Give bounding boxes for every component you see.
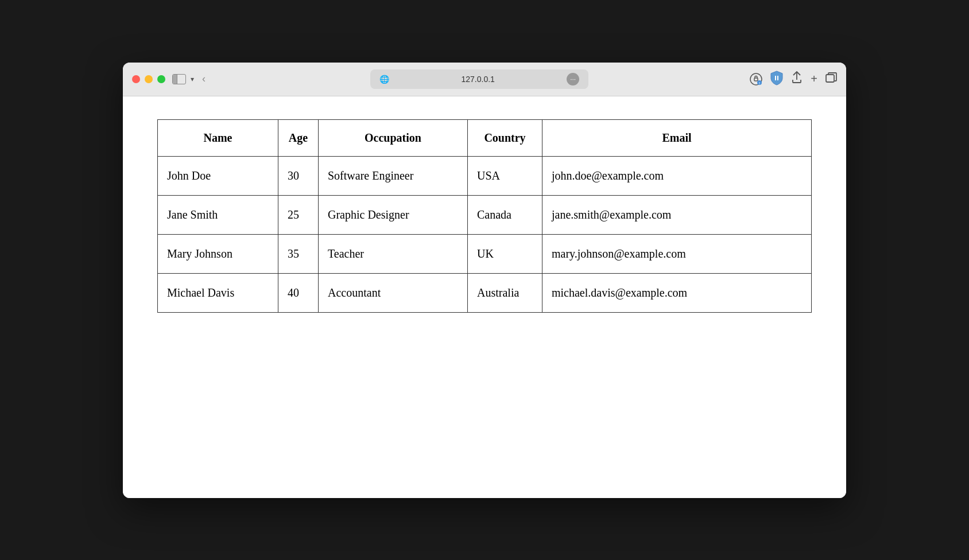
- cell-age: 40: [278, 273, 319, 312]
- chevron-down-icon[interactable]: ▾: [189, 74, 195, 84]
- cell-age: 35: [278, 234, 319, 273]
- cell-occupation: Graphic Designer: [319, 195, 468, 234]
- table-row: Jane Smith25Graphic DesignerCanadajane.s…: [158, 195, 812, 234]
- sidebar-toggle-button[interactable]: [172, 74, 186, 84]
- table-header-row: Name Age Occupation Country Email: [158, 119, 812, 156]
- cell-email: jane.smith@example.com: [542, 195, 812, 234]
- browser-controls: ▾ ‹: [172, 72, 209, 86]
- tabs-overview-icon[interactable]: [825, 72, 837, 86]
- lock-shield-icon[interactable]: !: [750, 73, 762, 85]
- cell-name: Mary Johnson: [158, 234, 278, 273]
- cell-country: USA: [468, 156, 542, 195]
- close-button[interactable]: [132, 75, 140, 83]
- minimize-button[interactable]: [145, 75, 153, 83]
- header-age: Age: [278, 119, 319, 156]
- browser-content: Name Age Occupation Country Email John D…: [123, 96, 846, 498]
- cell-country: Australia: [468, 273, 542, 312]
- more-options-button[interactable]: ···: [567, 73, 579, 85]
- header-country: Country: [468, 119, 542, 156]
- browser-actions: ! +: [750, 71, 837, 88]
- cell-age: 25: [278, 195, 319, 234]
- url-text: 127.0.0.1: [394, 75, 562, 84]
- cell-country: UK: [468, 234, 542, 273]
- header-name: Name: [158, 119, 278, 156]
- table-row: Mary Johnson35TeacherUKmary.johnson@exam…: [158, 234, 812, 273]
- globe-icon: 🌐: [379, 75, 389, 84]
- cell-name: Michael Davis: [158, 273, 278, 312]
- svg-text:!: !: [759, 81, 760, 85]
- cell-name: Jane Smith: [158, 195, 278, 234]
- shield-pause-icon[interactable]: [770, 71, 783, 88]
- back-button[interactable]: ‹: [199, 72, 209, 86]
- browser-window: ▾ ‹ 🌐 127.0.0.1 ··· !: [123, 63, 846, 498]
- table-row: John Doe30Software EngineerUSAjohn.doe@e…: [158, 156, 812, 195]
- cell-occupation: Accountant: [319, 273, 468, 312]
- svg-rect-4: [775, 76, 776, 80]
- share-icon[interactable]: [791, 71, 803, 87]
- header-occupation: Occupation: [319, 119, 468, 156]
- address-bar-container: 🌐 127.0.0.1 ···: [216, 69, 743, 89]
- cell-country: Canada: [468, 195, 542, 234]
- cell-occupation: Software Engineer: [319, 156, 468, 195]
- svg-rect-1: [754, 78, 758, 81]
- cell-name: John Doe: [158, 156, 278, 195]
- svg-rect-6: [826, 75, 834, 82]
- table-row: Michael Davis40AccountantAustraliamichae…: [158, 273, 812, 312]
- cell-email: mary.johnson@example.com: [542, 234, 812, 273]
- address-bar[interactable]: 🌐 127.0.0.1 ···: [370, 69, 588, 89]
- data-table: Name Age Occupation Country Email John D…: [157, 119, 812, 313]
- cell-email: michael.davis@example.com: [542, 273, 812, 312]
- traffic-lights: [132, 75, 165, 83]
- svg-rect-5: [777, 76, 778, 80]
- cell-occupation: Teacher: [319, 234, 468, 273]
- cell-email: john.doe@example.com: [542, 156, 812, 195]
- maximize-button[interactable]: [157, 75, 165, 83]
- cell-age: 30: [278, 156, 319, 195]
- header-email: Email: [542, 119, 812, 156]
- browser-titlebar: ▾ ‹ 🌐 127.0.0.1 ··· !: [123, 63, 846, 96]
- new-tab-icon[interactable]: +: [811, 72, 817, 85]
